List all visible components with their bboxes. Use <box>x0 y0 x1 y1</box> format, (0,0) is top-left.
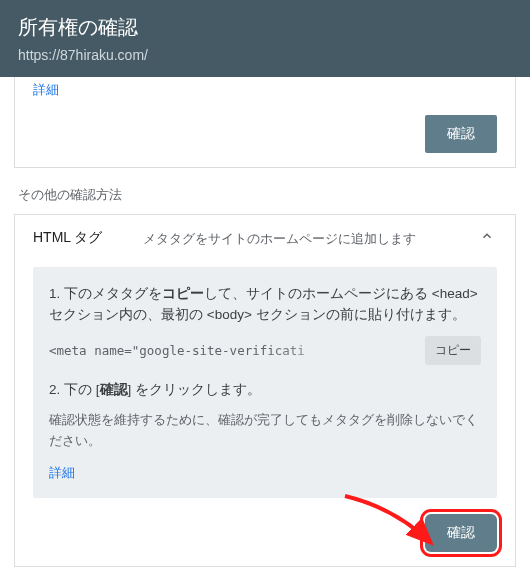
html-tag-title: HTML タグ <box>33 229 123 247</box>
instruction-box: 1. 下のメタタグをコピーして、サイトのホームページにある <head> セクシ… <box>33 267 497 498</box>
verification-card-truncated: 詳細 確認 <box>14 77 516 168</box>
step-2: 2. 下の [確認] をクリックします。 <box>49 379 481 401</box>
meta-keep-note: 確認状態を維持するために、確認が完了してもメタタグを削除しないでください。 <box>49 410 481 452</box>
html-tag-card: HTML タグ メタタグをサイトのホームページに追加します 1. 下のメタタグを… <box>14 214 516 567</box>
page-header: 所有権の確認 https://87hiraku.com/ <box>0 0 530 77</box>
html-tag-desc: メタタグをサイトのホームページに追加します <box>143 229 457 249</box>
page-url: https://87hiraku.com/ <box>18 47 512 63</box>
html-tag-expander[interactable]: HTML タグ メタタグをサイトのホームページに追加します <box>33 229 497 249</box>
other-methods-label: その他の確認方法 <box>18 186 512 204</box>
step-1: 1. 下のメタタグをコピーして、サイトのホームページにある <head> セクシ… <box>49 283 481 326</box>
confirm-button-primary[interactable]: 確認 <box>425 514 497 552</box>
meta-code-row: <meta name="google-site-verificati コピー <box>49 336 481 365</box>
details-link[interactable]: 詳細 <box>33 82 59 97</box>
meta-code-text[interactable]: <meta name="google-site-verificati <box>49 343 417 358</box>
page-title: 所有権の確認 <box>18 14 512 41</box>
confirm-button[interactable]: 確認 <box>425 115 497 153</box>
chevron-up-icon <box>477 229 497 246</box>
details-link-2[interactable]: 詳細 <box>49 465 75 480</box>
copy-button[interactable]: コピー <box>425 336 481 365</box>
